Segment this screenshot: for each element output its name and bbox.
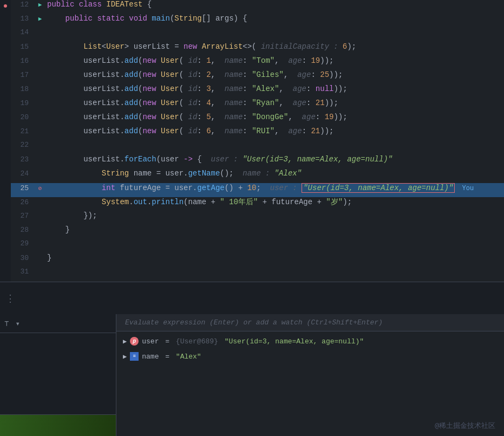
- code-line-24: 24 String name = user.getName(); name: "…: [11, 169, 504, 183]
- line-content-23: userList.forEach(user -> { user: "User(i…: [45, 155, 504, 164]
- three-dots-icon[interactable]: ⋮: [3, 288, 17, 309]
- line-content-19: userList.add(new User( id: 4, name: "Rya…: [45, 99, 504, 107]
- watermark: @稀土掘金技术社区: [435, 421, 495, 431]
- line-num-30: 30: [11, 254, 35, 262]
- line-num-19: 19: [11, 99, 35, 107]
- code-line-28: 28 }: [11, 225, 504, 239]
- line-num-15: 15: [11, 43, 35, 51]
- line-num-23: 23: [11, 155, 35, 164]
- code-line-30: 30 }: [11, 253, 504, 268]
- line-num-21: 21: [11, 127, 35, 135]
- bottom-left-panel: ⊤ ▾: [0, 314, 116, 436]
- line-num-12: 12: [11, 1, 35, 9]
- debug-panel: Evaluate expression (Enter) or add a wat…: [116, 314, 504, 436]
- line-num-14: 14: [11, 28, 35, 36]
- code-line-31: 31: [11, 268, 504, 282]
- code-line-27: 27 });: [11, 211, 504, 225]
- error-indicator-25: ⊘: [35, 185, 45, 192]
- var-name-name: name: [142, 353, 159, 361]
- code-line-20: 20 userList.add(new User( id: 5, name: "…: [11, 113, 504, 127]
- line-num-18: 18: [11, 85, 35, 93]
- var-name-user: user: [142, 337, 159, 346]
- line-num-27: 27: [11, 212, 35, 220]
- line-num-31: 31: [11, 268, 35, 276]
- var-value-name: "Alex": [176, 353, 201, 361]
- line-num-22: 22: [11, 141, 35, 149]
- code-line-18: 18 userList.add(new User( id: 3, name: "…: [11, 84, 504, 99]
- line-content-17: userList.add(new User( id: 2, name: "Gil…: [45, 70, 504, 79]
- expand-arrow-user: ▶: [123, 337, 127, 346]
- line-num-20: 20: [11, 113, 35, 121]
- var-eq-user: =: [161, 337, 173, 346]
- var-icon-p-user: p: [130, 337, 139, 346]
- line-num-13: 13: [11, 15, 35, 23]
- debug-var-row-user[interactable]: ▶ p user = {User@689} "User(id=3, name=A…: [116, 334, 504, 349]
- expand-arrow-name: ▶: [123, 353, 127, 361]
- line-num-17: 17: [11, 71, 35, 79]
- code-line-26: 26 System.out.println(name + " 10年后" + f…: [11, 197, 504, 211]
- var-value-user: "User(id=3, name=Alex, age=null)": [225, 337, 364, 346]
- line-num-16: 16: [11, 57, 35, 65]
- code-line-16: 16 userList.add(new User( id: 1, name: "…: [11, 56, 504, 70]
- run-indicator-13: ▶: [35, 15, 45, 22]
- line-num-29: 29: [11, 239, 35, 248]
- line-content-16: userList.add(new User( id: 1, name: "Tom…: [45, 56, 504, 65]
- line-num-26: 26: [11, 198, 35, 206]
- var-type-user: {User@689}: [176, 337, 222, 346]
- debug-variables: ▶ p user = {User@689} "User(id=3, name=A…: [116, 331, 504, 366]
- code-line-21: 21 userList.add(new User( id: 6, name: "…: [11, 127, 504, 141]
- debug-expression-bar: Evaluate expression (Enter) or add a wat…: [116, 314, 504, 331]
- line-content-20: userList.add(new User( id: 5, name: "Don…: [45, 113, 504, 121]
- sidebar-dot: [4, 4, 7, 8]
- line-content-21: userList.add(new User( id: 6, name: "RUI…: [45, 127, 504, 135]
- line-content-26: System.out.println(name + " 10年后" + futu…: [45, 197, 504, 207]
- ide-container: 12 ▶ public class IDEATest { 13 ▶ public…: [0, 0, 504, 436]
- code-line-14: 14: [11, 28, 504, 42]
- debug-var-row-name[interactable]: ▶ ≡ name = "Alex": [116, 349, 504, 364]
- line-content-12: public class IDEATest {: [45, 0, 504, 9]
- var-eq-name: =: [161, 353, 173, 361]
- filter-icon[interactable]: ⊤: [4, 319, 9, 328]
- code-line-19: 19 userList.add(new User( id: 4, name: "…: [11, 99, 504, 113]
- code-line-25: 25 ⊘ int futureAge = user.getAge() + 10;…: [11, 183, 504, 197]
- line-content-27: });: [45, 211, 504, 220]
- line-content-30: }: [45, 253, 504, 262]
- line-content-25: int futureAge = user.getAge() + 10; user…: [45, 183, 504, 193]
- line-content-28: }: [45, 225, 504, 234]
- line-content-24: String name = user.getName(); name: "Ale…: [45, 169, 504, 178]
- line-content-15: List<User> userList = new ArrayList<>( i…: [45, 42, 504, 51]
- code-line-12: 12 ▶ public class IDEATest {: [11, 0, 504, 14]
- run-indicator-12: ▶: [35, 1, 45, 8]
- line-num-25: 25: [11, 184, 35, 192]
- line-num-24: 24: [11, 170, 35, 178]
- separator-area: ⋮: [0, 282, 504, 314]
- line-num-28: 28: [11, 226, 35, 234]
- line-content-18: userList.add(new User( id: 3, name: "Ale…: [45, 84, 504, 93]
- dropdown-icon[interactable]: ▾: [15, 319, 19, 328]
- var-icon-f-name: ≡: [130, 352, 139, 361]
- code-line-22: 22: [11, 141, 504, 155]
- code-line-13: 13 ▶ public static void main(String[] ar…: [11, 14, 504, 28]
- debug-expression-text: Evaluate expression (Enter) or add a wat…: [125, 318, 383, 327]
- line-content-13: public static void main(String[] args) {: [45, 14, 504, 23]
- code-lines: 12 ▶ public class IDEATest { 13 ▶ public…: [11, 0, 504, 282]
- code-line-29: 29: [11, 239, 504, 253]
- code-line-15: 15 List<User> userList = new ArrayList<>…: [11, 42, 504, 56]
- code-line-17: 17 userList.add(new User( id: 2, name: "…: [11, 70, 504, 84]
- left-sidebar: [0, 0, 11, 282]
- code-line-23: 23 userList.forEach(user -> { user: "Use…: [11, 155, 504, 169]
- code-editor-area: 12 ▶ public class IDEATest { 13 ▶ public…: [0, 0, 504, 282]
- bottom-layout: ⊤ ▾ Evaluate expression (Enter) or add a…: [0, 314, 504, 436]
